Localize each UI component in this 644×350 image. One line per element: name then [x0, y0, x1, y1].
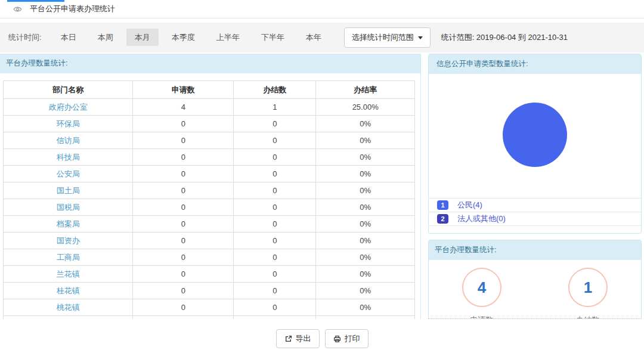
- table-cell: 0: [133, 132, 234, 149]
- print-icon: [333, 335, 341, 343]
- export-button-label: 导出: [296, 333, 311, 344]
- table-cell: 0: [234, 233, 316, 249]
- table-cell: 0: [133, 266, 234, 283]
- department-link[interactable]: 公安局: [57, 169, 80, 178]
- filter-options: 本日本周本月本季度上半年下半年本年: [52, 32, 335, 43]
- department-cell: 档案局: [4, 216, 133, 233]
- table-cell: 0%: [316, 149, 415, 166]
- legend-index-badge: 2: [437, 214, 448, 224]
- table-cell: 0%: [316, 132, 415, 149]
- table-row: 国资办000%: [4, 233, 415, 249]
- print-button[interactable]: 打印: [325, 329, 369, 348]
- right-column: 信息公开申请类型数量统计: 1公民(4)2法人或其他(0) 平台办理数量统计: …: [428, 54, 642, 319]
- table-cell: 0%: [316, 316, 415, 320]
- tab-statistics[interactable]: 平台公开申请表办理统计: [0, 0, 644, 18]
- export-button[interactable]: 导出: [276, 329, 320, 348]
- table-cell: 0: [234, 199, 316, 216]
- table-cell: 0%: [316, 199, 415, 216]
- print-button-label: 打印: [345, 333, 360, 344]
- table-row: 政府办公室4125.00%: [4, 99, 415, 116]
- department-stats-table: 部门名称申请数办结数办结率 政府办公室4125.00%环保局000%信访局000…: [3, 80, 415, 319]
- table-header-row: 部门名称申请数办结数办结率: [4, 81, 415, 99]
- department-link[interactable]: 科技局: [57, 153, 80, 162]
- chevron-down-icon: [418, 36, 423, 39]
- table-cell: 0%: [316, 233, 415, 249]
- department-link[interactable]: 档案局: [57, 219, 80, 228]
- department-stats-panel-title: 平台办理数量统计:: [0, 54, 420, 73]
- legend-item[interactable]: 2法人或其他(0): [429, 212, 641, 225]
- table-cell: 4: [133, 99, 234, 116]
- table-cell: 25.00%: [316, 99, 415, 116]
- department-stats-panel: 平台办理数量统计: 部门名称申请数办结数办结率 政府办公室4125.00%环保局…: [0, 54, 421, 319]
- table-cell: 0: [234, 182, 316, 199]
- table-row: 国土局000%: [4, 182, 415, 199]
- table-row: 环保局000%: [4, 116, 415, 132]
- table-cell: 0%: [316, 166, 415, 182]
- department-link[interactable]: 工商局: [57, 253, 80, 262]
- department-link[interactable]: 政府办公室: [49, 103, 88, 111]
- table-cell: 0: [234, 149, 316, 166]
- department-link[interactable]: 国土局: [57, 186, 80, 195]
- department-cell: 桃花镇: [4, 299, 133, 316]
- footer-actions: 导出 打印: [0, 329, 644, 348]
- table-cell: 0: [133, 116, 234, 132]
- main-content: 平台办理数量统计: 部门名称申请数办结数办结率 政府办公室4125.00%环保局…: [0, 54, 644, 319]
- table-cell: 0%: [316, 266, 415, 283]
- filter-option-本年[interactable]: 本年: [298, 29, 330, 46]
- table-cell: 0%: [316, 216, 415, 233]
- department-link[interactable]: 桂花镇: [57, 286, 80, 295]
- table-row: 档案局000%: [4, 216, 415, 233]
- table-row: 科技局000%: [4, 149, 415, 166]
- department-cell: 信访局: [4, 132, 133, 149]
- column-header: 办结数: [234, 81, 316, 99]
- department-link[interactable]: 环保局: [57, 119, 80, 128]
- department-link[interactable]: 信访局: [57, 136, 80, 145]
- department-cell: 政府办公室: [4, 99, 133, 116]
- statistics-range-text: 统计范围: 2019-06-04 到 2021-10-31: [441, 32, 568, 43]
- filter-option-本月[interactable]: 本月: [126, 29, 159, 46]
- table-cell: 0: [133, 249, 234, 266]
- table-row: 公安局000%: [4, 166, 415, 182]
- table-cell: 0: [234, 299, 316, 316]
- department-cell: 桂花镇: [4, 283, 133, 299]
- table-cell: 0%: [316, 299, 415, 316]
- legend-divider: [429, 225, 641, 233]
- department-link[interactable]: 国税局: [57, 203, 80, 212]
- filter-option-上半年[interactable]: 上半年: [208, 29, 248, 46]
- legend-index-badge: 1: [437, 200, 448, 210]
- table-cell: 0: [133, 166, 234, 182]
- table-row: 兰花镇000%: [4, 266, 415, 283]
- export-icon: [284, 335, 292, 343]
- filter-bar: 统计时间: 本日本周本月本季度上半年下半年本年 选择统计时间范围 统计范围: 2…: [0, 23, 644, 52]
- column-header: 办结率: [316, 81, 415, 99]
- table-cell: 0%: [316, 249, 415, 266]
- platform-stats-panel: 平台办理数量统计: 4申请数1办结数: [428, 240, 642, 319]
- page-title: 平台公开申请表办理统计: [30, 4, 115, 14]
- table-cell: 0: [234, 132, 316, 149]
- table-cell: 0: [133, 199, 234, 216]
- date-range-dropdown[interactable]: 选择统计时间范围: [344, 27, 431, 48]
- filter-option-本周[interactable]: 本周: [89, 29, 122, 46]
- filter-option-本季度[interactable]: 本季度: [163, 29, 203, 46]
- table-row: 工商局000%: [4, 249, 415, 266]
- legend-label: 公民(4): [457, 200, 482, 210]
- filter-option-本日[interactable]: 本日: [52, 29, 85, 46]
- department-link[interactable]: 兰花镇: [57, 270, 80, 278]
- department-cell: 环保局: [4, 116, 133, 132]
- filter-option-下半年[interactable]: 下半年: [253, 29, 293, 46]
- table-cell: 0: [234, 266, 316, 283]
- tab-bar: 平台公开申请表办理统计: [0, 0, 644, 18]
- table-row: 桃花镇000%: [4, 299, 415, 316]
- table-cell: 0: [133, 283, 234, 299]
- stat-item: 1办结数: [568, 268, 608, 319]
- department-link[interactable]: 桃花镇: [57, 303, 80, 312]
- department-link[interactable]: 国资办: [57, 236, 80, 245]
- pie-chart-area: 1公民(4)2法人或其他(0): [429, 74, 641, 233]
- table-cell: 0: [234, 166, 316, 182]
- table-cell: 0: [234, 216, 316, 233]
- stat-circle: 1: [568, 268, 608, 307]
- department-cell: 国资办: [4, 233, 133, 249]
- pie-chart[interactable]: [503, 103, 567, 167]
- stat-item: 4申请数: [462, 268, 501, 319]
- legend-item[interactable]: 1公民(4): [429, 198, 641, 212]
